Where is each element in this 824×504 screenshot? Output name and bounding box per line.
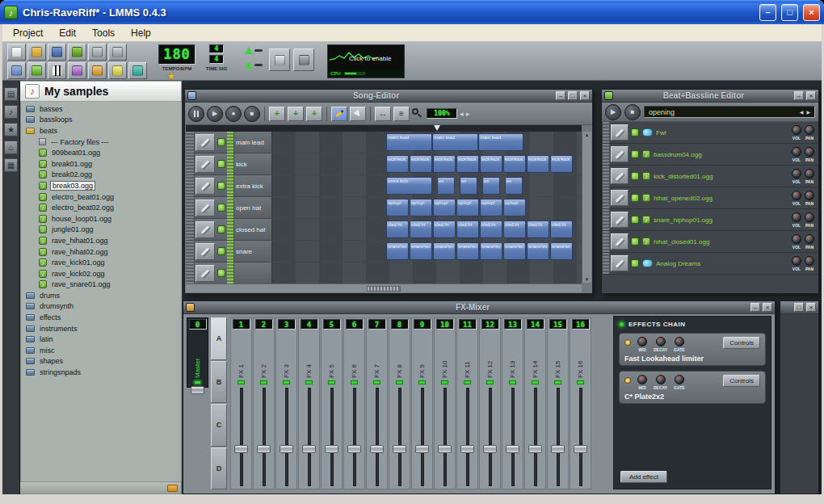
channel-fader[interactable] <box>322 386 341 488</box>
fx-channel-fx-1[interactable]: 1FX 1 <box>230 317 252 489</box>
track-timeline[interactable]: snare!snsnare!snsnare!snsnare!snsnare!sn… <box>271 241 582 262</box>
channel-led[interactable] <box>373 380 380 384</box>
maximize-button[interactable]: □ <box>781 4 798 21</box>
track-timeline[interactable]: main leadmain leadmain lead <box>271 132 582 153</box>
pattern-block[interactable]: op!op! <box>456 199 479 216</box>
tree-item-rave-hihat01-ogg[interactable]: ♪rave_hihat01.ogg <box>21 235 182 246</box>
pattern-block[interactable]: kick!kick <box>527 155 549 173</box>
add-effect-button[interactable]: Add effect <box>620 471 667 483</box>
track-mute-led[interactable] <box>217 225 225 233</box>
pattern-block[interactable]: main lead <box>386 133 432 151</box>
fx-channel-fx-3[interactable]: 3FX 3 <box>275 317 297 489</box>
channel-fader[interactable] <box>526 386 544 488</box>
track-grip[interactable] <box>186 153 195 174</box>
fader-handle[interactable] <box>483 445 497 453</box>
track-actions-button[interactable] <box>195 265 215 282</box>
fader-handle[interactable] <box>528 445 542 453</box>
pan-knob[interactable] <box>805 191 814 200</box>
track-grip[interactable] <box>603 231 610 252</box>
pattern-block[interactable]: clsd.ht <box>480 220 502 238</box>
track-mute-led[interactable] <box>217 204 225 212</box>
vol-knob[interactable] <box>792 169 801 178</box>
track-actions-button[interactable] <box>611 124 629 141</box>
tree-item-stringsnpads[interactable]: stringsnpads <box>21 367 182 378</box>
stop-button[interactable]: ■ <box>244 106 260 122</box>
channel-led[interactable] <box>486 380 494 384</box>
fx-channel-fx-5[interactable]: 5FX 5 <box>321 317 343 489</box>
fx-mixer-toggle-button[interactable] <box>88 62 107 79</box>
automation-editor-toggle-button[interactable] <box>68 62 86 79</box>
bb-track-name[interactable]: ♪hihat_closed01.ogg <box>641 237 788 246</box>
track-actions-button[interactable] <box>195 134 215 151</box>
zoom-increase-button[interactable]: ▶ <box>466 111 470 116</box>
fader-handle[interactable] <box>551 445 565 453</box>
fx-mixer-close-button[interactable]: × <box>763 303 772 312</box>
pattern-block[interactable]: kick!kick <box>480 155 502 173</box>
pattern-block[interactable]: clsd.ht <box>410 220 432 238</box>
fader-handle[interactable] <box>302 445 316 453</box>
timesig-denominator-display[interactable]: 4 <box>209 55 224 64</box>
fx-channel-fx-7[interactable]: 7FX 7 <box>366 317 388 489</box>
channel-fader[interactable] <box>571 386 590 488</box>
fx-channel-fx-13[interactable]: 13FX 13 <box>502 317 523 489</box>
track-mute-led[interactable] <box>631 237 639 246</box>
pattern-block[interactable]: kick!kick <box>386 155 409 173</box>
pattern-block[interactable]: snare!sn <box>456 242 479 260</box>
vol-knob[interactable] <box>792 191 801 200</box>
redo-button[interactable] <box>108 44 127 61</box>
minimized-window-close-button[interactable]: × <box>806 303 816 312</box>
fx-mixer-titlebar[interactable]: FX-Mixer – × <box>183 301 775 314</box>
pattern-block[interactable]: snare!sn <box>386 242 409 260</box>
tree-item-house-loop01-ogg[interactable]: ♪house_loop01.ogg <box>21 213 182 225</box>
master-pitch-control[interactable] <box>245 61 263 69</box>
undo-button[interactable] <box>88 44 107 61</box>
track-grip[interactable] <box>603 166 610 187</box>
open-project-button[interactable] <box>27 44 46 61</box>
tap-tempo-button[interactable]: ★ <box>162 72 180 80</box>
tree-item-rave-kick01-ogg[interactable]: ♪rave_kick01.ogg <box>21 257 182 268</box>
sidebar-tab-my-presets[interactable]: ★ <box>4 123 18 136</box>
pattern-block[interactable]: ex <box>482 177 500 195</box>
window-titlebar[interactable]: ♪ Chris-RaveRiff* - LMMS 0.4.3 – □ × <box>0 0 824 24</box>
scroll-up-icon[interactable]: ▲ <box>585 132 590 137</box>
pan-knob[interactable] <box>805 256 814 266</box>
song-editor-ruler[interactable] <box>186 125 582 132</box>
channel-fader[interactable] <box>300 386 318 488</box>
fx-bank-b[interactable]: B <box>211 361 227 404</box>
bb-editor-close-button[interactable]: × <box>806 91 816 100</box>
pattern-block[interactable]: op!op! <box>433 199 456 216</box>
track-grip[interactable] <box>186 197 195 218</box>
track-grip[interactable] <box>603 209 610 230</box>
channel-fader[interactable] <box>481 386 499 488</box>
menu-help[interactable]: Help <box>124 26 158 40</box>
pattern-block[interactable]: op!op! <box>503 199 526 216</box>
channel-led[interactable] <box>305 380 313 384</box>
bb-pattern-next-button[interactable]: ▶ <box>806 109 810 115</box>
properties-button[interactable]: ≡ <box>393 107 410 121</box>
track-grip[interactable] <box>186 262 195 284</box>
channel-led[interactable] <box>194 380 201 384</box>
track-mute-led[interactable] <box>631 172 639 180</box>
fx-channel-fx-14[interactable]: 14FX 14 <box>524 317 546 489</box>
track-grip[interactable] <box>186 219 195 240</box>
hscroll-grip[interactable] <box>367 286 401 292</box>
song-editor-hscroll[interactable] <box>186 284 582 292</box>
tree-item-rave-hihat02-ogg[interactable]: ♪rave_hihat02.ogg <box>21 246 182 258</box>
controls-button[interactable]: Controls <box>723 337 760 349</box>
track-timeline[interactable]: op!op!op!op!op!op!op!op!op!op!op!op! <box>271 197 582 218</box>
track-mute-led[interactable] <box>631 216 639 224</box>
fader-handle[interactable] <box>234 445 248 453</box>
bb-play-button[interactable]: ▶ <box>605 104 621 120</box>
controls-button[interactable]: Controls <box>723 375 760 387</box>
w-d-knob[interactable] <box>637 337 647 346</box>
cpu-visualization[interactable]: Click to enable CPU <box>327 44 405 78</box>
track-name[interactable]: closed hat <box>234 226 271 233</box>
pattern-block[interactable]: snare!sn <box>550 242 573 260</box>
channel-led[interactable] <box>554 380 561 384</box>
track-mute-led[interactable] <box>217 247 225 255</box>
zoom-decrease-button[interactable]: ◀ <box>460 111 464 116</box>
w-d-knob[interactable] <box>637 375 647 384</box>
song-editor-titlebar[interactable]: Song-Editor – □ × <box>185 90 592 103</box>
edit-mode-button[interactable] <box>350 107 366 121</box>
vol-knob[interactable] <box>792 147 801 157</box>
